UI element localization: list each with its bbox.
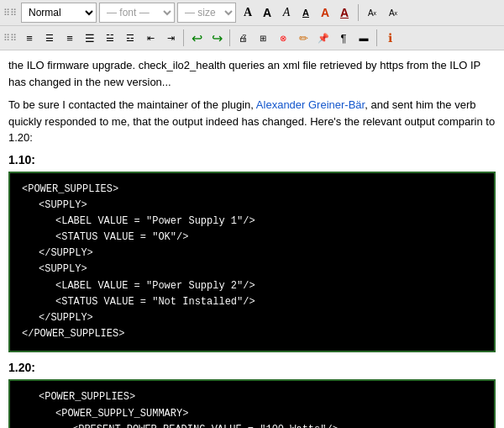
redo-button[interactable]: ↪ bbox=[207, 29, 226, 47]
help-button[interactable]: ℹ bbox=[381, 29, 399, 47]
code-line: <LABEL VALUE = "Power Supply 1"/> bbox=[55, 214, 482, 230]
toolbar-row1: ⠿⠿ Normal — font — — size — A A A A A A … bbox=[0, 0, 504, 26]
code-line: <POWER_SUPPLIES> bbox=[22, 182, 482, 198]
font-highlight-button[interactable]: A bbox=[335, 3, 354, 22]
font-serif-button[interactable]: A bbox=[239, 3, 257, 22]
code-line: <STATUS VALUE = "OK"/> bbox=[55, 230, 482, 246]
code-line: <LABEL VALUE = "Power Supply 2"/> bbox=[55, 278, 482, 294]
align-right-button[interactable]: ≡ bbox=[60, 29, 79, 47]
increase-indent-button[interactable]: ⇥ bbox=[161, 29, 180, 47]
drag-handle-icon: ⠿⠿ bbox=[3, 8, 17, 18]
superscript-button[interactable]: Ax bbox=[363, 3, 381, 22]
font-color-button[interactable]: A bbox=[316, 3, 334, 22]
unordered-list-button[interactable]: ☱ bbox=[101, 29, 119, 47]
align-center-button[interactable]: ☰ bbox=[40, 29, 59, 47]
toolbar-container: ⠿⠿ Normal — font — — size — A A A A A A … bbox=[0, 0, 504, 50]
align-left-button[interactable]: ≡ bbox=[20, 29, 39, 47]
font-sans-button[interactable]: A bbox=[258, 3, 276, 22]
anchor-button[interactable]: 📌 bbox=[314, 29, 333, 47]
font-italic-button[interactable]: A bbox=[277, 3, 296, 22]
size-select[interactable]: — size — bbox=[177, 3, 236, 23]
code-block-120: <POWER_SUPPLIES> <POWER_SUPPLY_SUMMARY> … bbox=[8, 379, 496, 428]
code-line: </POWER_SUPPLIES> bbox=[22, 326, 482, 342]
code-line: <POWER_SUPPLY_SUMMARY> bbox=[55, 406, 482, 422]
code-line: <SUPPLY> bbox=[39, 262, 482, 277]
version-110-label: 1.10: bbox=[8, 153, 496, 166]
toolbar-row2: ⠿⠿ ≡ ☰ ≡ ☰ ☱ ☲ ⇤ ⇥ ↩ ↪ 🖨 ⊞ ⊗ ✏ 📌 ¶ ▬ ℹ bbox=[0, 26, 504, 50]
decrease-indent-button[interactable]: ⇤ bbox=[141, 29, 160, 47]
code-line: <STATUS VALUE = "Not Installed"/> bbox=[55, 294, 482, 310]
author-link[interactable]: Alexander Greiner-Bär bbox=[256, 98, 365, 111]
ordered-list-button[interactable]: ☲ bbox=[121, 29, 139, 47]
subscript-button[interactable]: Ax bbox=[384, 3, 402, 22]
style-select[interactable]: Normal bbox=[21, 3, 97, 23]
code-line: <SUPPLY> bbox=[39, 198, 482, 214]
editor-content: the ILO firmware upgrade. check_ilo2_hea… bbox=[0, 50, 504, 428]
paragraph-1: the ILO firmware upgrade. check_ilo2_hea… bbox=[8, 57, 496, 90]
code-line: <POWER_SUPPLIES> bbox=[39, 389, 482, 405]
highlight-button[interactable]: ✏ bbox=[294, 29, 312, 47]
remove-format-button[interactable]: ⊗ bbox=[274, 29, 292, 47]
font-style-buttons: A A A A A A bbox=[239, 3, 354, 22]
drag-handle2-icon: ⠿⠿ bbox=[3, 33, 17, 44]
code-line: </SUPPLY> bbox=[39, 246, 482, 262]
block-button[interactable]: ▬ bbox=[354, 29, 373, 47]
code-line: <PRESENT_POWER_READING VALUE = "100 Watt… bbox=[72, 422, 482, 428]
justify-button[interactable]: ☰ bbox=[81, 29, 99, 47]
code-line: </SUPPLY> bbox=[39, 310, 482, 326]
paragraph-button[interactable]: ¶ bbox=[334, 29, 353, 47]
font-select[interactable]: — font — bbox=[99, 3, 175, 23]
paragraph-2: To be sure I contacted the maintainer of… bbox=[8, 97, 496, 146]
version-120-label: 1.20: bbox=[8, 361, 496, 374]
code-block-110: <POWER_SUPPLIES> <SUPPLY> <LABEL VALUE =… bbox=[8, 172, 496, 353]
undo-button[interactable]: ↩ bbox=[187, 29, 206, 47]
table-button[interactable]: ⊞ bbox=[254, 29, 272, 47]
font-underline-button[interactable]: A bbox=[297, 3, 315, 22]
print-button[interactable]: 🖨 bbox=[234, 29, 252, 47]
